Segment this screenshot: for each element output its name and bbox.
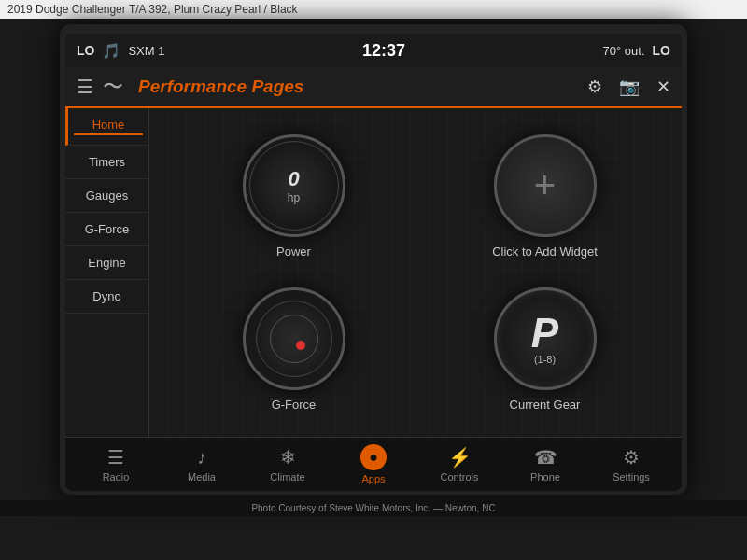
sidebar: Home Timers Gauges G-Force Engine Dyno [65, 108, 149, 437]
nav-item-climate[interactable]: ❄ Climate [255, 446, 320, 483]
content-area: Home Timers Gauges G-Force Engine Dyno [65, 108, 682, 437]
phone-label: Phone [530, 471, 560, 483]
status-bar: LO 🎵 SXM 1 12:37 70° out. LO [65, 34, 682, 67]
sidebar-item-dyno[interactable]: Dyno [65, 280, 148, 314]
settings-label: Settings [613, 471, 650, 483]
sidebar-item-engine[interactable]: Engine [65, 246, 148, 280]
status-right: 70° out. LO [603, 43, 670, 58]
power-value: 0 [288, 167, 299, 191]
nav-bar: ☰ Radio ♪ Media ❄ Climate ● Apps ⚡ Contr… [65, 437, 682, 491]
sidebar-item-gauges[interactable]: Gauges [65, 179, 148, 213]
gear-gauge[interactable]: P (1-8) [494, 287, 597, 390]
climate-label: Climate [270, 471, 304, 483]
power-unit: hp [288, 191, 300, 204]
controls-icon: ⚡ [448, 446, 472, 469]
header-actions: ⚙ 📷 ✕ [587, 77, 670, 97]
media-label: Media [188, 471, 216, 483]
page-title: 2019 Dodge Challenger T/A 392, Plum Craz… [7, 3, 298, 16]
settings-nav-icon: ⚙ [623, 446, 640, 469]
status-sxm: SXM 1 [128, 44, 164, 58]
add-widget-cell: + Click to Add Widget [423, 123, 667, 269]
nav-item-controls[interactable]: ⚡ Controls [427, 446, 492, 483]
radio-label: Radio [103, 471, 130, 483]
media-icon: ♪ [197, 447, 206, 469]
close-icon[interactable]: ✕ [656, 77, 670, 97]
apps-icon: ● [369, 449, 378, 466]
nav-item-settings[interactable]: ⚙ Settings [599, 446, 664, 483]
motion-icon: 〜 [103, 73, 123, 101]
status-left: LO 🎵 SXM 1 [77, 42, 164, 60]
gforce-widget: G-Force [172, 276, 416, 422]
sidebar-item-gforce[interactable]: G-Force [65, 213, 148, 246]
infotainment-screen: LO 🎵 SXM 1 12:37 70° out. LO ☰ 〜 Perform… [65, 34, 682, 491]
settings-icon[interactable]: ⚙ [587, 77, 602, 97]
gear-sub: (1-8) [534, 354, 556, 365]
sidebar-item-timers[interactable]: Timers [65, 146, 148, 179]
status-temp: 70° out. [603, 44, 645, 58]
gforce-dot [296, 341, 305, 350]
gforce-gauge[interactable] [243, 287, 345, 390]
gear-label: Current Gear [510, 398, 581, 412]
nav-item-radio[interactable]: ☰ Radio [83, 446, 148, 483]
apps-label: Apps [361, 473, 385, 484]
apps-icon-circle: ● [360, 444, 387, 470]
screen-bezel: LO 🎵 SXM 1 12:37 70° out. LO ☰ 〜 Perform… [60, 24, 687, 495]
radio-icon: ☰ [107, 446, 124, 469]
photo-credit: Photo Courtesy of Steve White Motors, In… [0, 500, 747, 516]
sidebar-item-home[interactable]: Home [65, 108, 148, 146]
nav-item-media[interactable]: ♪ Media [169, 447, 234, 483]
add-widget-button[interactable]: + [494, 134, 597, 237]
gforce-label: G-Force [272, 398, 317, 412]
nav-item-apps[interactable]: ● Apps [341, 444, 406, 484]
title-bar: 2019 Dodge Challenger T/A 392, Plum Craz… [0, 0, 747, 19]
header-title: Performance Pages [138, 77, 578, 97]
status-lo-left: LO [77, 43, 94, 58]
power-widget: 0 hp Power [172, 123, 416, 269]
menu-icon: ☰ [77, 76, 93, 98]
status-lo-right: LO [653, 43, 670, 58]
add-widget-label: Click to Add Widget [492, 245, 598, 259]
widgets-area: 0 hp Power + Click to Add Widget [149, 108, 682, 437]
power-gauge[interactable]: 0 hp [243, 134, 345, 237]
controls-label: Controls [441, 471, 479, 483]
camera-icon[interactable]: 📷 [619, 77, 640, 97]
climate-icon: ❄ [280, 446, 296, 469]
gear-value: P [531, 313, 558, 354]
status-time: 12:37 [362, 41, 405, 61]
gear-widget: P (1-8) Current Gear [423, 276, 667, 422]
phone-icon: ☎ [534, 446, 557, 469]
nav-item-phone[interactable]: ☎ Phone [513, 446, 578, 483]
plus-icon: + [534, 164, 556, 206]
power-label: Power [276, 245, 311, 259]
header-bar: ☰ 〜 Performance Pages ⚙ 📷 ✕ [65, 67, 682, 108]
